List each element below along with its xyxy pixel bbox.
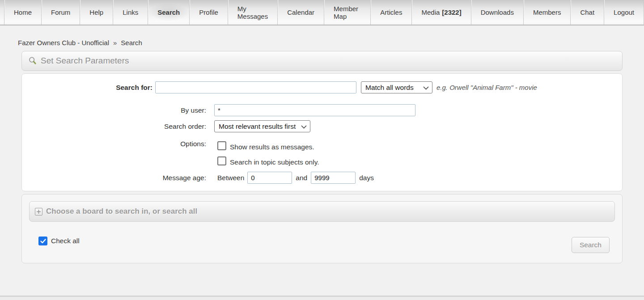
check-all-row: Check all bbox=[38, 237, 615, 245]
by-user-row: By user: bbox=[22, 104, 622, 116]
search-params-header: Set Search Parameters bbox=[21, 51, 623, 71]
search-for-label: Search for: bbox=[22, 84, 153, 92]
nav-tab-home[interactable]: Home bbox=[4, 0, 42, 25]
match-words-selected-option: Match all words bbox=[365, 84, 414, 92]
search-for-row: Search for: Match all words e.g. Orwell … bbox=[22, 81, 622, 93]
nav-tab-label: Forum bbox=[51, 8, 70, 16]
search-order-row: Search order: Most relevant results firs… bbox=[22, 120, 622, 132]
nav-tab-help[interactable]: Help bbox=[80, 0, 113, 25]
search-order-select[interactable]: Most relevant results first bbox=[214, 120, 310, 132]
nav-tab-label: Help bbox=[89, 8, 103, 16]
nav-tab-chat[interactable]: Chat bbox=[571, 0, 604, 25]
nav-tab-label: Calendar bbox=[287, 8, 314, 16]
options-label: Options: bbox=[22, 138, 206, 148]
breadcrumb-current-link[interactable]: Search bbox=[121, 39, 142, 46]
subjects-only-checkbox[interactable] bbox=[217, 156, 226, 165]
nav-tab-member-map[interactable]: Member Map bbox=[324, 0, 371, 25]
nav-tab-profile[interactable]: Profile bbox=[190, 0, 228, 25]
check-all-checkbox[interactable] bbox=[38, 237, 47, 245]
search-order-label: Search order: bbox=[22, 123, 206, 131]
chevron-down-icon bbox=[423, 86, 429, 90]
by-user-input[interactable] bbox=[214, 104, 415, 116]
board-chooser-panel: Choose a board to search in, or search a… bbox=[21, 194, 623, 263]
chevron-down-icon bbox=[301, 125, 307, 129]
search-for-input[interactable] bbox=[155, 81, 356, 93]
options-group: Show results as messages. Search in topi… bbox=[217, 138, 319, 169]
breadcrumb: Fazer Owners Club - Unofficial»Search bbox=[0, 25, 644, 47]
board-chooser-header[interactable]: Choose a board to search in, or search a… bbox=[29, 201, 615, 222]
board-chooser-title: Choose a board to search in, or search a… bbox=[46, 207, 197, 216]
main-navbar: Home Forum Help Links Search Profile My … bbox=[0, 0, 644, 25]
age-max-input[interactable] bbox=[311, 172, 356, 184]
nav-tab-label: Links bbox=[123, 8, 138, 16]
between-label: Between bbox=[217, 174, 244, 182]
page-footer bbox=[0, 296, 644, 300]
nav-tab-label: Search bbox=[157, 8, 180, 16]
search-submit-button[interactable]: Search bbox=[572, 237, 610, 253]
nav-tab-label: Logout bbox=[614, 8, 634, 16]
days-label: days bbox=[359, 174, 374, 182]
age-min-input[interactable] bbox=[247, 172, 292, 184]
nav-tab-label: Home bbox=[14, 8, 32, 16]
expand-plus-icon[interactable] bbox=[35, 208, 42, 215]
by-user-label: By user: bbox=[22, 106, 206, 114]
search-order-selected-option: Most relevant results first bbox=[219, 123, 296, 131]
nav-tab-search[interactable]: Search bbox=[148, 0, 190, 25]
show-results-label: Show results as messages. bbox=[230, 143, 314, 151]
and-label: and bbox=[296, 174, 307, 182]
nav-tab-calendar[interactable]: Calendar bbox=[278, 0, 324, 25]
search-params-title: Set Search Parameters bbox=[41, 56, 129, 66]
message-age-row: Message age: Between and days bbox=[22, 172, 622, 184]
match-words-select[interactable]: Match all words bbox=[361, 81, 432, 93]
nav-tab-downloads[interactable]: Downloads bbox=[471, 0, 524, 25]
breadcrumb-root-link[interactable]: Fazer Owners Club - Unofficial bbox=[18, 39, 109, 46]
nav-tab-media[interactable]: Media [2322] bbox=[412, 0, 471, 25]
check-icon bbox=[40, 239, 46, 244]
breadcrumb-separator: » bbox=[113, 39, 117, 46]
nav-tab-logout[interactable]: Logout bbox=[604, 0, 644, 25]
options-row: Options: Show results as messages. Searc… bbox=[22, 138, 622, 169]
message-age-label: Message age: bbox=[22, 174, 206, 182]
nav-tab-label: Members bbox=[533, 8, 561, 16]
nav-tab-label: Media bbox=[421, 8, 440, 16]
nav-tab-label: Member Map bbox=[334, 5, 361, 20]
show-results-option: Show results as messages. bbox=[217, 138, 319, 153]
show-results-checkbox[interactable] bbox=[217, 141, 226, 150]
nav-tab-label: Downloads bbox=[481, 8, 514, 16]
nav-tab-label: Chat bbox=[580, 8, 594, 16]
nav-tab-my-messages[interactable]: My Messages bbox=[228, 0, 278, 25]
subjects-only-option: Search in topic subjects only. bbox=[217, 153, 319, 169]
nav-tab-label: My Messages bbox=[237, 5, 268, 20]
check-all-label: Check all bbox=[51, 237, 80, 245]
nav-tab-members[interactable]: Members bbox=[524, 0, 571, 25]
search-hint-text: e.g. Orwell "Animal Farm" - movie bbox=[436, 84, 537, 91]
magnifier-icon bbox=[28, 56, 37, 65]
media-count-badge: [2322] bbox=[442, 8, 461, 16]
nav-tab-label: Profile bbox=[199, 8, 218, 16]
subjects-only-label: Search in topic subjects only. bbox=[230, 158, 319, 166]
nav-tab-label: Articles bbox=[380, 8, 402, 16]
nav-tab-links[interactable]: Links bbox=[113, 0, 148, 25]
search-form-panel: Search for: Match all words e.g. Orwell … bbox=[21, 73, 623, 191]
nav-tab-articles[interactable]: Articles bbox=[371, 0, 412, 25]
nav-tab-forum[interactable]: Forum bbox=[42, 0, 80, 25]
